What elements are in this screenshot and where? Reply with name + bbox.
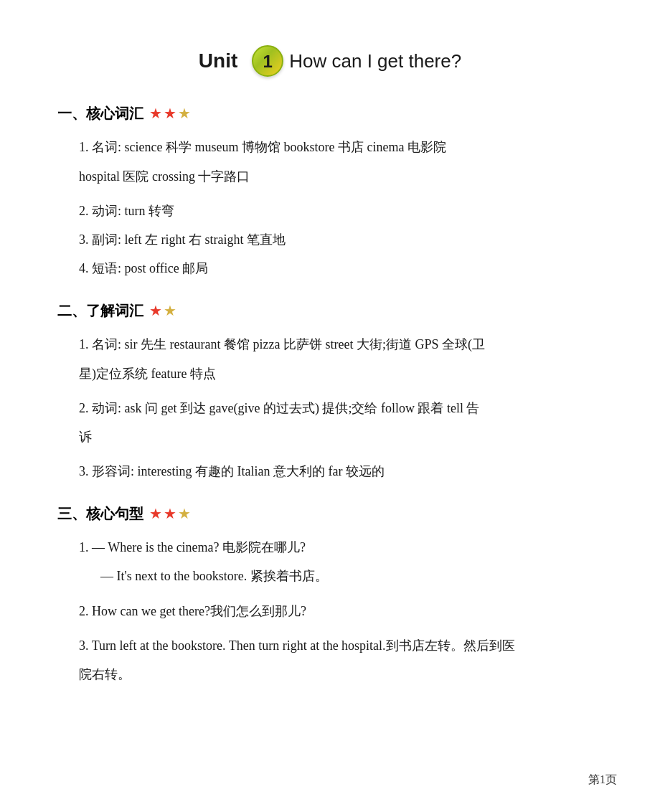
star-2: ★: [164, 100, 176, 126]
star-3-3: ★: [178, 501, 191, 527]
item-3-1b: — It's next to the bookstore. 紧挨着书店。: [100, 564, 603, 588]
star-3: ★: [178, 100, 191, 126]
item-1-1-cont: hospital 医院 crossing 十字路口: [79, 164, 603, 189]
section-2-header: 二、了解词汇 ★ ★: [57, 298, 603, 324]
unit-number-badge: 1: [252, 45, 283, 77]
section-3-stars: ★ ★ ★: [149, 501, 191, 527]
item-2-1: 1. 名词: sir 先生 restaurant 餐馆 pizza 比萨饼 st…: [79, 332, 603, 357]
item-1-1: 1. 名词: science 科学 museum 博物馆 bookstore 书…: [79, 135, 603, 159]
item-3-1: 1. — Where is the cinema? 电影院在哪儿?: [79, 535, 603, 560]
page-number: 第1页: [588, 770, 617, 790]
star-1: ★: [149, 100, 162, 126]
item-3-2: 2. How can we get there?我们怎么到那儿?: [79, 599, 603, 623]
item-3-3: 3. Turn left at the bookstore. Then turn…: [79, 633, 603, 658]
section-1-content: 1. 名词: science 科学 museum 博物馆 bookstore 书…: [79, 135, 603, 280]
section-3-header: 三、核心句型 ★ ★ ★: [57, 501, 603, 527]
star-2-2: ★: [164, 298, 176, 324]
star-3-2: ★: [164, 501, 176, 527]
star-2-1: ★: [149, 298, 162, 324]
item-2-1-cont: 星)定位系统 feature 特点: [79, 362, 603, 386]
item-2-2-cont: 诉: [79, 425, 603, 449]
item-2-3: 3. 形容词: interesting 有趣的 Italian 意大利的 far…: [79, 459, 603, 483]
section-1-header: 一、核心词汇 ★ ★ ★: [57, 100, 603, 126]
main-title: How can I get there?: [289, 44, 461, 78]
item-1-4: 4. 短语: post office 邮局: [79, 256, 603, 280]
section-2-content: 1. 名词: sir 先生 restaurant 餐馆 pizza 比萨饼 st…: [79, 332, 603, 483]
section-1-title: 一、核心词汇: [57, 100, 143, 126]
item-1-2: 2. 动词: turn 转弯: [79, 199, 603, 223]
section-3-title: 三、核心句型: [57, 501, 143, 527]
unit-label: Unit: [199, 43, 237, 79]
page-title: Unit 1 How can I get there?: [57, 43, 603, 79]
item-3-3-cont: 院右转。: [79, 662, 603, 686]
item-2-2: 2. 动词: ask 问 get 到达 gave(give 的过去式) 提供;交…: [79, 396, 603, 420]
section-2-stars: ★ ★: [149, 298, 176, 324]
section-2-title: 二、了解词汇: [57, 298, 143, 324]
star-3-1: ★: [149, 501, 162, 527]
item-1-3: 3. 副词: left 左 right 右 straight 笔直地: [79, 227, 603, 252]
section-3-content: 1. — Where is the cinema? 电影院在哪儿? — It's…: [79, 535, 603, 686]
section-1-stars: ★ ★ ★: [149, 100, 191, 126]
